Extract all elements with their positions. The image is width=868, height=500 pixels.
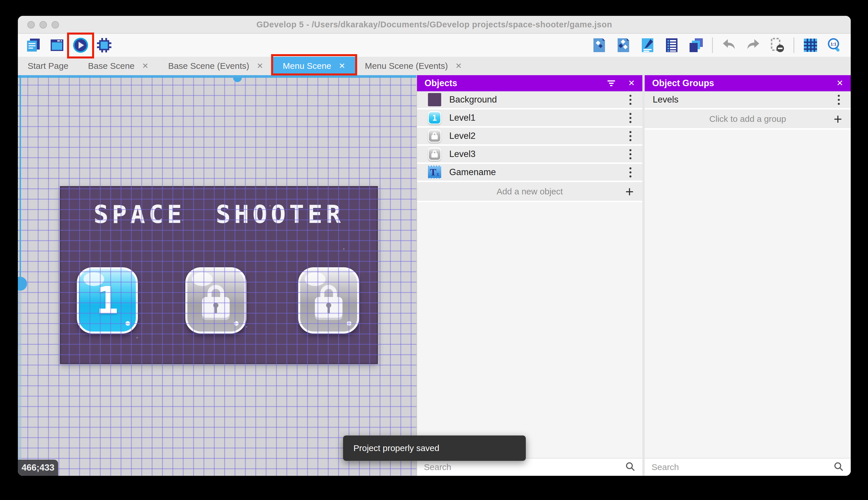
objects-panel: Objects ✕ Backgroun [417, 75, 642, 476]
main-toolbar: 1:1 [18, 34, 851, 57]
object-groups-editor-icon [615, 37, 631, 53]
close-panel-icon[interactable]: ✕ [628, 79, 635, 87]
add-object-label: Add a new object [417, 186, 642, 196]
traffic-lights [27, 21, 59, 29]
level-3-button-locked[interactable] [298, 267, 359, 333]
debugger-button[interactable] [95, 36, 114, 55]
object-menu-icon[interactable] [628, 147, 633, 161]
groups-search-input[interactable] [652, 462, 833, 472]
tab-menu-scene-events[interactable]: Menu Scene (Events) ✕ [355, 57, 472, 75]
search-icon[interactable] [625, 462, 635, 473]
object-groups-editor-button[interactable] [614, 36, 633, 55]
undo-button[interactable] [720, 36, 738, 55]
window-title: GDevelop 5 - /Users/dkarakay/Documents/G… [256, 20, 612, 30]
tab-menu-scene[interactable]: Menu Scene ✕ [273, 57, 355, 75]
object-name: Level2 [449, 131, 476, 141]
group-menu-icon[interactable] [837, 92, 841, 107]
level-1-button[interactable]: 1 [77, 267, 138, 333]
scene-title-text[interactable]: SPACE SHOOTER [61, 200, 377, 229]
scene-background-rect[interactable]: SPACE SHOOTER 1 [60, 186, 378, 364]
lock-icon [202, 285, 230, 320]
tab-label: Start Page [28, 61, 69, 71]
scene-window-left-edge-faded [18, 291, 21, 476]
objects-panel-title: Objects [424, 78, 457, 88]
objects-editor-icon [591, 37, 607, 53]
add-object-row[interactable]: Add a new object + [417, 182, 642, 202]
tab-base-scene-events[interactable]: Base Scene (Events) ✕ [158, 57, 273, 75]
object-row-level2[interactable]: Level2 [417, 128, 642, 146]
objects-editor-button[interactable] [590, 36, 608, 55]
thumbnail-letter: T [430, 168, 436, 177]
close-tab-icon[interactable]: ✕ [455, 61, 462, 70]
close-tab-icon[interactable]: ✕ [339, 61, 345, 70]
toggle-window-mask-button[interactable] [768, 36, 787, 55]
filter-icon[interactable] [607, 79, 615, 87]
toggle-grid-button[interactable] [801, 36, 820, 55]
search-icon[interactable] [833, 462, 844, 473]
object-row-gamename[interactable]: Tx Gamename [417, 164, 642, 182]
level-1-number: 1 [96, 279, 119, 322]
scene-canvas[interactable]: SPACE SHOOTER 1 [18, 75, 417, 476]
object-menu-icon[interactable] [628, 129, 633, 143]
toolbar-right-group: 1:1 [590, 36, 851, 55]
scene-window-top-edge [18, 75, 417, 78]
thumbnail-letter-sub: x [436, 171, 439, 177]
scene-window-top-handle[interactable] [233, 78, 242, 82]
add-group-row[interactable]: Click to add a group + [645, 110, 851, 129]
objects-search-input[interactable] [424, 462, 625, 472]
play-preview-button[interactable] [71, 36, 90, 55]
close-tab-icon[interactable]: ✕ [257, 61, 263, 70]
lock-icon [431, 132, 438, 140]
preview-window-button[interactable] [48, 36, 66, 55]
grid-icon [802, 37, 819, 53]
text-object-thumbnail: Tx [428, 166, 441, 179]
editor-tabbar: Start Page Base Scene ✕ Base Scene (Even… [18, 57, 851, 75]
zoom-window-button[interactable] [51, 21, 59, 29]
close-panel-icon[interactable]: ✕ [837, 79, 843, 87]
locked-level-thumbnail [428, 147, 441, 161]
project-manager-icon [25, 37, 42, 53]
object-name: Level3 [449, 149, 476, 159]
redo-button[interactable] [744, 36, 762, 55]
properties-icon [640, 37, 656, 53]
locked-level-thumbnail [428, 129, 441, 143]
add-group-label: Click to add a group [645, 114, 851, 124]
layers-editor-button[interactable] [687, 36, 705, 55]
object-row-level1[interactable]: 1 Level1 [417, 110, 642, 128]
zoom-1-1-button[interactable]: 1:1 [825, 36, 844, 55]
tab-base-scene[interactable]: Base Scene ✕ [78, 57, 158, 75]
tab-start-page[interactable]: Start Page [18, 57, 78, 75]
close-window-button[interactable] [27, 21, 35, 29]
project-manager-button[interactable] [24, 36, 43, 55]
add-object-plus-icon[interactable]: + [625, 184, 634, 199]
svg-text:1:1: 1:1 [831, 42, 836, 46]
object-row-level3[interactable]: Level3 [417, 146, 642, 164]
minimize-window-button[interactable] [39, 21, 47, 29]
scene-window-left-handle[interactable] [18, 277, 27, 291]
object-row-background[interactable]: Background [417, 91, 642, 110]
panel-divider[interactable] [642, 75, 645, 476]
object-menu-icon[interactable] [628, 165, 633, 180]
instances-list-button[interactable] [662, 36, 681, 55]
object-menu-icon[interactable] [628, 111, 633, 125]
object-menu-icon[interactable] [628, 92, 633, 107]
toolbar-separator [712, 37, 713, 53]
add-group-plus-icon[interactable]: + [834, 112, 842, 126]
cursor-coordinates-badge: 466;433 [18, 460, 58, 476]
preview-window-icon [49, 37, 65, 53]
properties-button[interactable] [638, 36, 657, 55]
object-name: Gamename [449, 167, 496, 178]
tab-label: Menu Scene [283, 61, 331, 71]
group-name: Levels [653, 94, 679, 105]
gdevelop-window: GDevelop 5 - /Users/dkarakay/Documents/G… [18, 16, 851, 476]
groups-search-bar [645, 458, 851, 476]
toast-message: Project properly saved [353, 443, 439, 453]
object-groups-panel-title: Object Groups [652, 78, 714, 88]
level-2-button-locked[interactable] [185, 267, 246, 333]
redo-icon [745, 37, 761, 53]
close-tab-icon[interactable]: ✕ [142, 61, 149, 70]
instances-list-icon [664, 37, 680, 53]
group-row-levels[interactable]: Levels [645, 91, 851, 110]
lock-icon [431, 150, 438, 158]
objects-panel-header: Objects ✕ [417, 75, 642, 91]
